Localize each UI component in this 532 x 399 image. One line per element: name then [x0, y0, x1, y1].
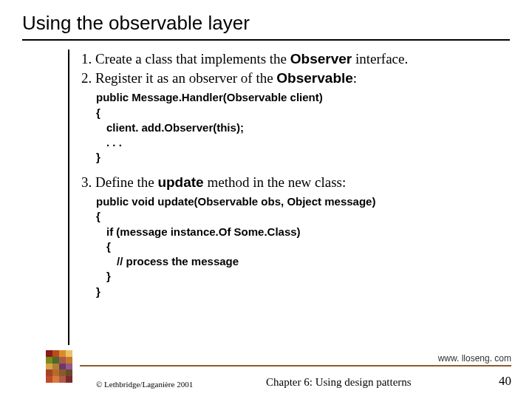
list-number: 2.	[81, 70, 92, 86]
code-line: // process the message	[96, 254, 488, 269]
code-line: {	[96, 239, 488, 254]
text: Define the	[92, 174, 157, 190]
text: :	[353, 70, 357, 86]
code-line: client. add.Observer(this);	[96, 120, 488, 135]
url-text: www. lloseng. com	[438, 353, 511, 364]
copyright-text: © Lethbridge/Laganière 2001	[96, 380, 193, 389]
code-line: }	[96, 150, 488, 165]
list-number: 1.	[81, 51, 92, 66]
code-line: {	[96, 106, 488, 120]
code-line: public Message.Handler(Observable client…	[96, 90, 488, 105]
slide-title: Using the observable layer	[0, 0, 532, 39]
content-area: 1. Create a class that implements the Ob…	[74, 50, 488, 299]
list-number: 3.	[81, 174, 92, 190]
list-item-1: 1. Create a class that implements the Ob…	[81, 50, 488, 69]
code-block-2: public void update(Observable obs, Objec…	[96, 194, 488, 299]
keyword-observer: Observer	[290, 51, 352, 66]
code-line: public void update(Observable obs, Objec…	[96, 194, 488, 209]
text: Register it as an observer of the	[92, 70, 276, 86]
list-item-3: 3. Define the update method in the new c…	[81, 173, 488, 192]
code-line: . . .	[96, 135, 488, 150]
bottom-rule	[80, 365, 511, 366]
footer: © Lethbridge/Laganière 2001 Chapter 6: U…	[0, 371, 532, 389]
code-block-1: public Message.Handler(Observable client…	[96, 90, 488, 165]
text: interface.	[352, 51, 408, 66]
title-underline	[22, 39, 510, 41]
code-line: }	[96, 284, 488, 299]
keyword-update: update	[157, 174, 203, 190]
keyword-observable: Observable	[276, 70, 353, 86]
list-item-2: 2. Register it as an observer of the Obs…	[81, 69, 488, 88]
vertical-rule	[68, 50, 69, 345]
code-line: }	[96, 269, 488, 284]
text: Create a class that implements the	[92, 51, 290, 66]
page-number: 40	[499, 374, 511, 389]
chapter-text: Chapter 6: Using design patterns	[266, 376, 412, 389]
code-line: {	[96, 209, 488, 224]
text: method in the new class:	[204, 174, 347, 190]
code-line: if (message instance.Of Some.Class)	[96, 225, 488, 239]
